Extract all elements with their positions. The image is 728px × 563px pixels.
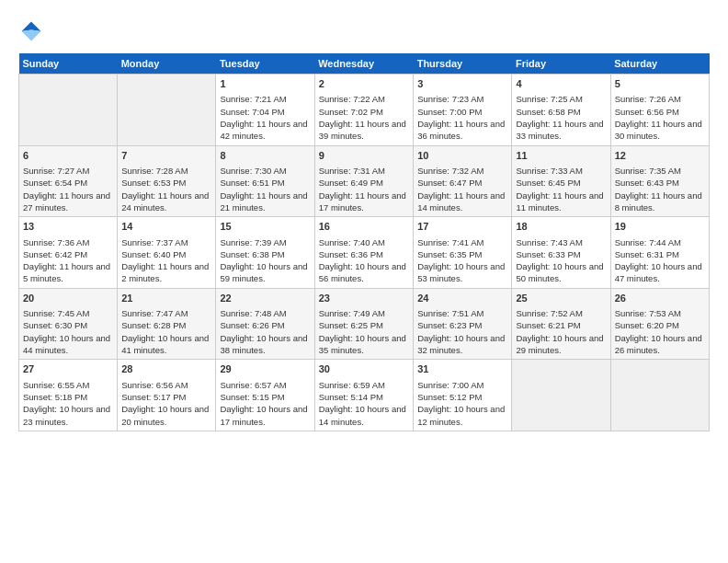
day-cell: 13Sunrise: 7:36 AMSunset: 6:42 PMDayligh… xyxy=(19,217,118,289)
day-cell: 15Sunrise: 7:39 AMSunset: 6:38 PMDayligh… xyxy=(216,217,314,289)
day-header-wednesday: Wednesday xyxy=(314,53,413,75)
day-info: Sunrise: 7:39 AMSunset: 6:38 PMDaylight:… xyxy=(220,236,310,285)
day-number: 30 xyxy=(319,362,409,376)
day-number: 10 xyxy=(417,149,507,163)
week-row-5: 27Sunrise: 6:55 AMSunset: 5:18 PMDayligh… xyxy=(19,360,710,431)
day-number: 31 xyxy=(417,362,507,376)
day-cell: 24Sunrise: 7:51 AMSunset: 6:23 PMDayligh… xyxy=(414,288,512,360)
day-info: Sunrise: 7:26 AMSunset: 6:56 PMDaylight:… xyxy=(615,93,705,142)
day-header-friday: Friday xyxy=(512,53,610,75)
day-cell: 1Sunrise: 7:21 AMSunset: 7:04 PMDaylight… xyxy=(216,75,314,146)
day-cell xyxy=(19,75,118,146)
day-cell: 11Sunrise: 7:33 AMSunset: 6:45 PMDayligh… xyxy=(512,145,610,217)
day-cell: 23Sunrise: 7:49 AMSunset: 6:25 PMDayligh… xyxy=(314,288,413,360)
day-number: 15 xyxy=(220,220,310,234)
day-cell xyxy=(118,75,216,146)
day-number: 21 xyxy=(121,292,211,305)
logo xyxy=(18,18,48,44)
day-cell: 26Sunrise: 7:53 AMSunset: 6:20 PMDayligh… xyxy=(610,288,709,360)
day-number: 8 xyxy=(220,149,310,163)
day-number: 26 xyxy=(615,292,705,305)
day-info: Sunrise: 7:43 AMSunset: 6:33 PMDaylight:… xyxy=(516,236,606,285)
day-cell: 10Sunrise: 7:32 AMSunset: 6:47 PMDayligh… xyxy=(414,145,512,217)
day-info: Sunrise: 6:59 AMSunset: 5:14 PMDaylight:… xyxy=(319,379,409,428)
day-info: Sunrise: 6:56 AMSunset: 5:17 PMDaylight:… xyxy=(121,379,211,428)
day-info: Sunrise: 7:44 AMSunset: 6:31 PMDaylight:… xyxy=(615,236,705,285)
day-cell: 21Sunrise: 7:47 AMSunset: 6:28 PMDayligh… xyxy=(118,288,216,360)
day-number: 23 xyxy=(319,292,409,305)
day-cell: 7Sunrise: 7:28 AMSunset: 6:53 PMDaylight… xyxy=(118,145,216,217)
svg-marker-1 xyxy=(22,30,41,41)
day-number: 14 xyxy=(121,220,211,234)
day-number: 6 xyxy=(23,149,113,163)
week-row-2: 6Sunrise: 7:27 AMSunset: 6:54 PMDaylight… xyxy=(19,145,710,217)
day-number: 4 xyxy=(516,77,606,91)
day-info: Sunrise: 7:40 AMSunset: 6:36 PMDaylight:… xyxy=(319,236,409,285)
day-cell: 22Sunrise: 7:48 AMSunset: 6:26 PMDayligh… xyxy=(216,288,314,360)
day-header-thursday: Thursday xyxy=(414,53,512,75)
day-number: 3 xyxy=(417,77,507,91)
day-info: Sunrise: 7:23 AMSunset: 7:00 PMDaylight:… xyxy=(417,93,507,142)
day-number: 1 xyxy=(220,77,310,91)
day-number: 24 xyxy=(417,292,507,305)
day-number: 29 xyxy=(220,362,310,376)
day-info: Sunrise: 7:47 AMSunset: 6:28 PMDaylight:… xyxy=(121,307,211,356)
day-number: 2 xyxy=(319,77,409,91)
day-info: Sunrise: 7:49 AMSunset: 6:25 PMDaylight:… xyxy=(319,307,409,356)
logo-icon xyxy=(18,18,44,44)
day-info: Sunrise: 7:27 AMSunset: 6:54 PMDaylight:… xyxy=(23,165,113,213)
day-cell: 29Sunrise: 6:57 AMSunset: 5:15 PMDayligh… xyxy=(216,360,314,431)
day-cell: 30Sunrise: 6:59 AMSunset: 5:14 PMDayligh… xyxy=(314,360,413,431)
day-cell: 8Sunrise: 7:30 AMSunset: 6:51 PMDaylight… xyxy=(216,145,314,217)
day-info: Sunrise: 7:41 AMSunset: 6:35 PMDaylight:… xyxy=(417,236,507,285)
day-info: Sunrise: 7:32 AMSunset: 6:47 PMDaylight:… xyxy=(417,165,507,213)
day-info: Sunrise: 7:31 AMSunset: 6:49 PMDaylight:… xyxy=(319,165,409,213)
day-info: Sunrise: 7:51 AMSunset: 6:23 PMDaylight:… xyxy=(417,307,507,356)
day-cell: 18Sunrise: 7:43 AMSunset: 6:33 PMDayligh… xyxy=(512,217,610,289)
day-info: Sunrise: 7:52 AMSunset: 6:21 PMDaylight:… xyxy=(516,307,606,356)
day-cell: 14Sunrise: 7:37 AMSunset: 6:40 PMDayligh… xyxy=(118,217,216,289)
day-number: 18 xyxy=(516,220,606,234)
day-number: 19 xyxy=(615,220,705,234)
day-header-sunday: Sunday xyxy=(19,53,118,75)
day-header-saturday: Saturday xyxy=(610,53,709,75)
day-number: 27 xyxy=(23,362,113,376)
day-info: Sunrise: 7:28 AMSunset: 6:53 PMDaylight:… xyxy=(121,165,211,213)
day-number: 7 xyxy=(121,149,211,163)
day-header-monday: Monday xyxy=(118,53,216,75)
day-info: Sunrise: 7:45 AMSunset: 6:30 PMDaylight:… xyxy=(23,307,113,356)
day-number: 16 xyxy=(319,220,409,234)
day-info: Sunrise: 7:37 AMSunset: 6:40 PMDaylight:… xyxy=(121,236,211,285)
day-number: 9 xyxy=(319,149,409,163)
day-number: 28 xyxy=(121,362,211,376)
day-info: Sunrise: 7:53 AMSunset: 6:20 PMDaylight:… xyxy=(615,307,705,356)
day-info: Sunrise: 7:21 AMSunset: 7:04 PMDaylight:… xyxy=(220,93,310,142)
week-row-1: 1Sunrise: 7:21 AMSunset: 7:04 PMDaylight… xyxy=(19,75,710,146)
day-number: 22 xyxy=(220,292,310,305)
day-cell: 12Sunrise: 7:35 AMSunset: 6:43 PMDayligh… xyxy=(610,145,709,217)
day-number: 5 xyxy=(615,77,705,91)
day-cell: 28Sunrise: 6:56 AMSunset: 5:17 PMDayligh… xyxy=(118,360,216,431)
day-number: 13 xyxy=(23,220,113,234)
page-header xyxy=(18,18,710,44)
day-info: Sunrise: 7:33 AMSunset: 6:45 PMDaylight:… xyxy=(516,165,606,213)
day-cell: 16Sunrise: 7:40 AMSunset: 6:36 PMDayligh… xyxy=(314,217,413,289)
day-number: 11 xyxy=(516,149,606,163)
day-info: Sunrise: 7:25 AMSunset: 6:58 PMDaylight:… xyxy=(516,93,606,142)
day-cell xyxy=(512,360,610,431)
day-info: Sunrise: 7:00 AMSunset: 5:12 PMDaylight:… xyxy=(417,379,507,428)
day-cell: 19Sunrise: 7:44 AMSunset: 6:31 PMDayligh… xyxy=(610,217,709,289)
week-row-4: 20Sunrise: 7:45 AMSunset: 6:30 PMDayligh… xyxy=(19,288,710,360)
day-info: Sunrise: 7:30 AMSunset: 6:51 PMDaylight:… xyxy=(220,165,310,213)
day-cell: 4Sunrise: 7:25 AMSunset: 6:58 PMDaylight… xyxy=(512,75,610,146)
day-info: Sunrise: 6:55 AMSunset: 5:18 PMDaylight:… xyxy=(23,379,113,428)
day-cell: 20Sunrise: 7:45 AMSunset: 6:30 PMDayligh… xyxy=(19,288,118,360)
svg-marker-0 xyxy=(22,22,41,32)
day-cell: 2Sunrise: 7:22 AMSunset: 7:02 PMDaylight… xyxy=(314,75,413,146)
day-number: 12 xyxy=(615,149,705,163)
day-cell: 31Sunrise: 7:00 AMSunset: 5:12 PMDayligh… xyxy=(414,360,512,431)
calendar-table: SundayMondayTuesdayWednesdayThursdayFrid… xyxy=(18,53,710,431)
header-row: SundayMondayTuesdayWednesdayThursdayFrid… xyxy=(19,53,710,75)
day-cell: 9Sunrise: 7:31 AMSunset: 6:49 PMDaylight… xyxy=(314,145,413,217)
day-number: 25 xyxy=(516,292,606,305)
